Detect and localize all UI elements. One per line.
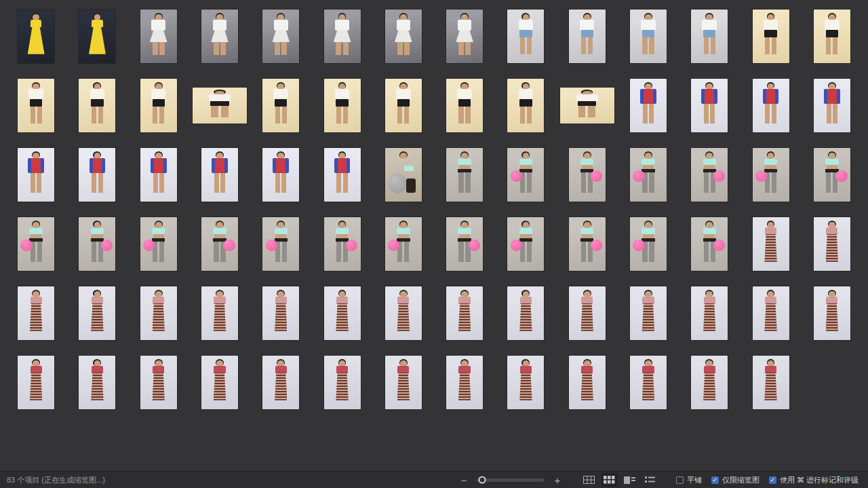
zoom-out-button[interactable]: − (458, 475, 470, 485)
photo-thumbnail[interactable] (193, 88, 247, 124)
photo-thumbnail[interactable] (630, 217, 667, 271)
photo-thumbnail[interactable] (18, 286, 54, 340)
photo-thumbnail[interactable] (753, 286, 789, 340)
photo-thumbnail[interactable] (79, 286, 115, 340)
zoom-in-button[interactable]: + (551, 475, 564, 485)
photo-thumbnail[interactable] (324, 356, 361, 409)
photo-thumbnail[interactable] (691, 286, 728, 340)
photo-thumbnail[interactable] (385, 79, 422, 132)
photo-thumbnail[interactable] (262, 217, 299, 271)
photo-thumbnail[interactable] (507, 148, 544, 202)
photo-thumbnail[interactable] (814, 217, 850, 271)
photo-thumbnail[interactable] (201, 148, 238, 202)
photo-thumbnail[interactable] (18, 79, 54, 132)
photo-thumbnail[interactable] (630, 148, 667, 202)
figure-striped-skirt (581, 373, 593, 400)
photo-thumbnail[interactable] (79, 10, 115, 63)
photo-thumbnail[interactable] (507, 79, 544, 132)
checked-checkbox-icon[interactable]: ✓ (769, 476, 776, 484)
photo-thumbnail[interactable] (201, 356, 238, 409)
option-checkbox-2[interactable]: ✓使用 ⌘ 进行标记和评级 (769, 475, 859, 485)
photo-thumbnail[interactable] (814, 148, 850, 202)
option-checkbox-0[interactable]: 平铺 (676, 475, 702, 485)
photo-thumbnail[interactable] (18, 10, 54, 63)
unchecked-checkbox-icon[interactable] (676, 476, 684, 484)
photo-thumbnail[interactable] (18, 148, 54, 202)
photo-thumbnail[interactable] (507, 286, 544, 340)
photo-thumbnail[interactable] (691, 217, 728, 271)
figure-top (642, 366, 654, 373)
photo-thumbnail[interactable] (385, 217, 422, 271)
photo-thumbnail[interactable] (385, 286, 422, 340)
photo-thumbnail[interactable] (324, 217, 361, 271)
photo-thumbnail[interactable] (140, 217, 177, 271)
photo-thumbnail[interactable] (262, 79, 299, 132)
photo-thumbnail[interactable] (753, 79, 789, 132)
zoom-slider[interactable] (477, 478, 545, 482)
photo-thumbnail[interactable] (18, 217, 54, 271)
photo-thumbnail[interactable] (18, 356, 54, 409)
thumbnail-grid-view-button[interactable] (601, 473, 618, 487)
photo-thumbnail[interactable] (446, 286, 483, 340)
photo-thumbnail[interactable] (814, 10, 850, 63)
zoom-slider-knob[interactable] (478, 476, 486, 484)
photo-thumbnail[interactable] (262, 10, 299, 63)
photo-thumbnail[interactable] (385, 148, 422, 202)
photo-thumbnail[interactable] (569, 148, 606, 202)
photo-thumbnail[interactable] (201, 217, 238, 271)
photo-thumbnail[interactable] (201, 286, 238, 340)
photo-thumbnail[interactable] (630, 79, 667, 132)
photo-thumbnail[interactable] (753, 10, 789, 63)
photo-thumbnail[interactable] (691, 356, 728, 409)
grid-lines-view-button[interactable] (581, 473, 597, 487)
figure-shorts (91, 99, 103, 106)
photo-thumbnail[interactable] (324, 148, 361, 202)
photo-thumbnail[interactable] (753, 356, 789, 409)
checked-checkbox-icon[interactable]: ✓ (711, 476, 719, 484)
photo-thumbnail[interactable] (560, 88, 614, 124)
photo-thumbnail[interactable] (324, 79, 361, 132)
option-checkbox-1[interactable]: ✓仅限缩览图 (711, 475, 760, 485)
details-view-button[interactable] (622, 473, 638, 487)
photo-thumbnail[interactable] (569, 10, 606, 63)
photo-thumbnail[interactable] (79, 148, 115, 202)
photo-thumbnail[interactable] (385, 356, 422, 409)
photo-thumbnail[interactable] (630, 286, 667, 340)
photo-thumbnail[interactable] (140, 79, 177, 132)
photo-thumbnail[interactable] (262, 148, 299, 202)
photo-thumbnail[interactable] (201, 10, 238, 63)
photo-thumbnail[interactable] (324, 286, 361, 340)
photo-thumbnail[interactable] (79, 217, 115, 271)
photo-thumbnail[interactable] (446, 79, 483, 132)
photo-thumbnail[interactable] (507, 356, 544, 409)
photo-thumbnail[interactable] (753, 217, 789, 271)
photo-thumbnail[interactable] (691, 79, 728, 132)
photo-thumbnail[interactable] (140, 356, 177, 409)
photo-thumbnail[interactable] (140, 286, 177, 340)
photo-thumbnail[interactable] (446, 148, 483, 202)
photo-thumbnail[interactable] (79, 356, 115, 409)
photo-thumbnail[interactable] (753, 148, 789, 202)
photo-thumbnail[interactable] (446, 356, 483, 409)
list-view-button[interactable] (642, 473, 658, 487)
photo-thumbnail[interactable] (569, 286, 606, 340)
photo-thumbnail[interactable] (691, 10, 728, 63)
photo-thumbnail[interactable] (262, 356, 299, 409)
photo-thumbnail[interactable] (79, 79, 115, 132)
photo-thumbnail[interactable] (569, 356, 606, 409)
photo-thumbnail[interactable] (385, 10, 422, 63)
photo-thumbnail[interactable] (140, 148, 177, 202)
photo-thumbnail[interactable] (691, 148, 728, 202)
photo-thumbnail[interactable] (140, 10, 177, 63)
photo-thumbnail[interactable] (262, 286, 299, 340)
photo-thumbnail[interactable] (507, 10, 544, 63)
photo-thumbnail[interactable] (507, 217, 544, 271)
photo-thumbnail[interactable] (630, 10, 667, 63)
photo-thumbnail[interactable] (814, 79, 850, 132)
photo-thumbnail[interactable] (814, 286, 850, 340)
photo-thumbnail[interactable] (446, 217, 483, 271)
photo-thumbnail[interactable] (569, 217, 606, 271)
photo-thumbnail[interactable] (324, 10, 361, 63)
photo-thumbnail[interactable] (446, 10, 483, 63)
photo-thumbnail[interactable] (630, 356, 667, 409)
